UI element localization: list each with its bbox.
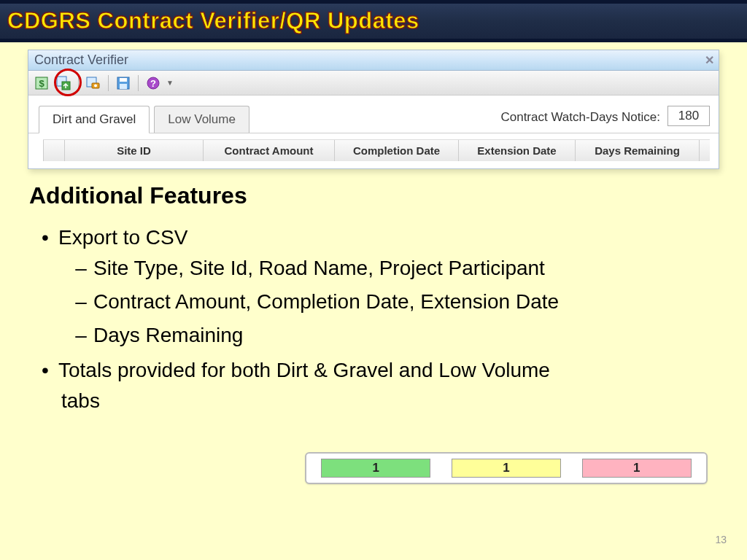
bullet-export-csv: Export to CSV Site Type, Site Id, Road N… [32, 222, 715, 351]
tab-low-volume[interactable]: Low Volume [154, 106, 249, 133]
toolbar-separator [78, 75, 79, 91]
camera-icon[interactable] [85, 74, 102, 92]
slide-body: Additional Features Export to CSV Site T… [29, 182, 715, 421]
total-green: 1 [321, 459, 430, 478]
col-site-id[interactable]: Site ID [65, 140, 204, 161]
total-yellow: 1 [452, 459, 561, 478]
tab-row: Dirt and Gravel Low Volume Contract Watc… [28, 96, 719, 133]
col-completion-date[interactable]: Completion Date [335, 140, 459, 161]
section-heading: Additional Features [29, 182, 715, 209]
money-icon[interactable]: $ [33, 74, 50, 92]
sub-bullet: Contract Amount, Completion Date, Extens… [69, 287, 715, 317]
watch-days-input[interactable]: 180 [667, 106, 710, 126]
svg-text:?: ? [150, 78, 156, 89]
sub-bullet: Site Type, Site Id, Road Name, Project P… [69, 253, 715, 284]
col-contract-amount[interactable]: Contract Amount [204, 140, 335, 161]
sub-bullet: Days Remaining [69, 320, 715, 351]
bullet-totals: Totals provided for both Dirt & Gravel a… [32, 355, 715, 416]
tab-dirt-and-gravel[interactable]: Dirt and Gravel [39, 106, 150, 133]
total-pink: 1 [582, 459, 692, 478]
contract-verifier-window: Contract Verifier ✕ $ ? ▼ Dirt and Grave… [28, 50, 719, 169]
watch-days-label: Contract Watch-Days Notice: [500, 110, 660, 125]
close-icon[interactable]: ✕ [705, 53, 714, 67]
svg-rect-8 [120, 78, 127, 82]
window-titlebar: Contract Verifier ✕ [28, 50, 719, 71]
slide-title-bar: CDGRS Contract Verifier/QR Updates [0, 0, 747, 42]
grid-header: Site ID Contract Amount Completion Date … [43, 139, 710, 161]
svg-point-6 [94, 84, 97, 87]
toolbar-separator [108, 75, 109, 91]
toolbar: $ ? ▼ [28, 71, 719, 96]
help-icon[interactable]: ? [144, 74, 162, 92]
col-extension-date[interactable]: Extension Date [459, 140, 576, 161]
totals-bar: 1 1 1 [305, 452, 708, 484]
svg-text:$: $ [39, 78, 44, 89]
window-title-text: Contract Verifier [34, 52, 128, 68]
row-selector-header [43, 140, 65, 161]
toolbar-separator [138, 75, 139, 91]
export-csv-icon[interactable] [55, 74, 72, 92]
chevron-down-icon[interactable]: ▼ [166, 79, 174, 87]
save-icon[interactable] [115, 74, 132, 92]
page-number: 13 [715, 534, 727, 545]
slide-title: CDGRS Contract Verifier/QR Updates [7, 8, 419, 34]
bullet-list: Export to CSV Site Type, Site Id, Road N… [29, 222, 715, 416]
col-days-remaining[interactable]: Days Remaining [576, 140, 700, 161]
svg-rect-9 [120, 84, 127, 89]
